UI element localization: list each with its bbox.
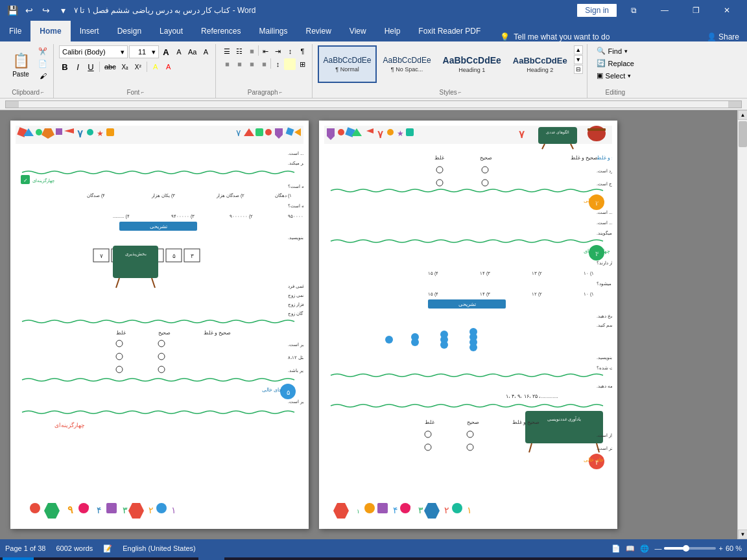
- start-button[interactable]: ⊞: [3, 557, 34, 560]
- tab-help[interactable]: Help: [375, 21, 410, 41]
- status-bar: Page 1 of 38 6002 words 📝 English (Unite…: [0, 539, 747, 557]
- view-mode-icon[interactable]: 📄: [611, 544, 621, 553]
- text-effects-button[interactable]: A: [200, 46, 211, 58]
- style-heading2[interactable]: AaBbCcDdEe Heading 2: [508, 45, 573, 83]
- svg-point-3: [36, 129, 42, 135]
- style-heading2-preview: AaBbCcDdEe: [513, 56, 567, 65]
- select-button[interactable]: ▣ Select ▾: [593, 70, 635, 81]
- save-icon[interactable]: 💾: [5, 3, 19, 18]
- svg-text:★: ★: [397, 129, 404, 138]
- web-view-icon[interactable]: 🌐: [640, 544, 649, 553]
- replace-button[interactable]: 🔄 Replace: [593, 58, 638, 69]
- bold-button[interactable]: B: [59, 61, 71, 73]
- align-right-button[interactable]: ≡: [246, 58, 257, 70]
- svg-text:د) بزرگترین عدد شش رقمی با یکا: د) بزرگترین عدد شش رقمی با یکان مضرب ۳ و…: [288, 310, 303, 316]
- styles-scroll-up[interactable]: ▲: [574, 45, 583, 54]
- tell-me-bar[interactable]: 💡 Tell me what you want to do: [490, 32, 698, 41]
- copy-button[interactable]: 📄: [36, 58, 49, 69]
- tab-design[interactable]: Design: [108, 21, 150, 41]
- justify-button[interactable]: ≡: [258, 58, 270, 70]
- sort-button[interactable]: ↕: [284, 45, 296, 57]
- font-name-selector[interactable]: Calibri (Body) ▾: [59, 45, 128, 58]
- minimize-btn[interactable]: —: [650, 0, 680, 21]
- taskbar-folder-icon[interactable]: 📁: [144, 557, 170, 560]
- close-btn[interactable]: ✕: [712, 0, 742, 21]
- numbering-button[interactable]: ☷: [233, 45, 245, 57]
- svg-text:جاى خالى: جاى خالى: [262, 387, 282, 393]
- bullets-button[interactable]: ☰: [221, 45, 233, 57]
- tab-insert[interactable]: Insert: [71, 21, 108, 41]
- qa-dropdown-icon[interactable]: ▾: [56, 3, 70, 18]
- undo-icon[interactable]: ↩: [22, 3, 36, 18]
- svg-text:الگوهای عددی: الگوهای عددی: [546, 130, 570, 135]
- taskbar-app1-icon[interactable]: ⬤: [89, 557, 115, 560]
- multilevel-list-button[interactable]: ≡: [246, 45, 257, 57]
- zoom-in-button[interactable]: +: [718, 544, 722, 552]
- page-info: Page 1 of 38: [5, 544, 45, 552]
- scroll-up-button[interactable]: ▲: [738, 110, 747, 120]
- font-expand-icon[interactable]: ⌐: [141, 89, 144, 95]
- redo-icon[interactable]: ↪: [39, 3, 53, 18]
- taskbar-word-icon[interactable]: W: [198, 557, 224, 560]
- clipboard-expand-icon[interactable]: ⌐: [41, 89, 44, 95]
- tab-file[interactable]: File: [0, 21, 30, 41]
- font-color-button[interactable]: A: [163, 61, 174, 73]
- svg-rect-48: [113, 246, 158, 278]
- style-no-spacing[interactable]: AaBbCcDdEe ¶ No Spac...: [378, 45, 436, 83]
- shading-button[interactable]: [284, 58, 296, 70]
- italic-button[interactable]: I: [72, 61, 84, 73]
- tab-view[interactable]: View: [340, 21, 375, 41]
- styles-expand[interactable]: ⊟: [574, 65, 583, 74]
- align-left-button[interactable]: ≡: [221, 58, 233, 70]
- highlight-color-button[interactable]: A: [150, 61, 161, 73]
- underline-button[interactable]: U: [85, 61, 97, 73]
- zoom-out-button[interactable]: —: [654, 544, 661, 552]
- align-center-button[interactable]: ≡: [233, 58, 245, 70]
- taskbar-firefox-icon[interactable]: 🦊: [62, 557, 88, 560]
- show-hide-button[interactable]: ¶: [296, 45, 308, 57]
- taskbar-app2-icon[interactable]: 📧: [117, 557, 143, 560]
- paste-button[interactable]: 📋 Paste: [6, 45, 35, 84]
- sign-in-button[interactable]: Sign in: [576, 3, 617, 18]
- borders-button[interactable]: ⊞: [296, 58, 308, 70]
- font-grow-button[interactable]: A: [160, 46, 172, 58]
- tab-review[interactable]: Review: [296, 21, 340, 41]
- taskbar-ie-icon[interactable]: 🌐: [35, 557, 61, 560]
- font-shrink-button[interactable]: A: [173, 46, 185, 58]
- read-mode-icon[interactable]: 📖: [626, 544, 635, 553]
- style-normal[interactable]: AaBbCcDdEe ¶ Normal: [318, 45, 376, 83]
- vertical-scrollbar[interactable]: ▲ ▼: [737, 110, 747, 539]
- svg-text:صحیح: صحیح: [467, 419, 479, 425]
- strikethrough-button[interactable]: abc: [102, 61, 118, 73]
- style-heading1[interactable]: AaBbCcDdEe Heading 1: [438, 45, 506, 83]
- decrease-indent-button[interactable]: ⇤: [259, 45, 271, 57]
- styles-scroll-down[interactable]: ▼: [574, 55, 583, 64]
- zoom-slider-fill: [664, 547, 685, 550]
- font-size-selector[interactable]: 11 ▾: [129, 45, 159, 58]
- replace-icon: 🔄: [597, 59, 606, 67]
- clipboard-group: 📋 Paste ✂️ 📄 🖌 Clipboard ⌐: [3, 44, 54, 98]
- zoom-slider-track[interactable]: [664, 547, 716, 550]
- tab-layout[interactable]: Layout: [150, 21, 192, 41]
- find-button[interactable]: 🔍 Find ▾: [593, 45, 632, 56]
- tab-home[interactable]: Home: [30, 21, 70, 41]
- cut-button[interactable]: ✂️: [36, 45, 49, 57]
- change-case-button[interactable]: Aa: [186, 46, 198, 58]
- paragraph-expand-icon[interactable]: ⌐: [279, 89, 282, 95]
- line-spacing-button[interactable]: ↕: [272, 58, 283, 70]
- share-button[interactable]: 👤 Share: [699, 32, 747, 41]
- tab-mailings[interactable]: Mailings: [250, 21, 296, 41]
- scroll-thumb[interactable]: [739, 121, 747, 147]
- format-painter-button[interactable]: 🖌: [36, 70, 49, 82]
- increase-indent-button[interactable]: ⇥: [272, 45, 283, 57]
- tab-foxit[interactable]: Foxit Reader PDF: [409, 21, 490, 41]
- maximize-btn[interactable]: ❐: [681, 0, 711, 21]
- styles-expand-icon[interactable]: ⌐: [458, 89, 462, 95]
- restore-btn[interactable]: ⧉: [619, 0, 648, 21]
- tab-references[interactable]: References: [192, 21, 250, 41]
- taskbar-app3-icon[interactable]: 🎵: [171, 557, 197, 560]
- scroll-down-button[interactable]: ▼: [738, 530, 747, 539]
- zoom-slider-thumb[interactable]: [683, 545, 689, 552]
- superscript-button[interactable]: X²: [132, 61, 144, 73]
- subscript-button[interactable]: X₂: [119, 61, 131, 73]
